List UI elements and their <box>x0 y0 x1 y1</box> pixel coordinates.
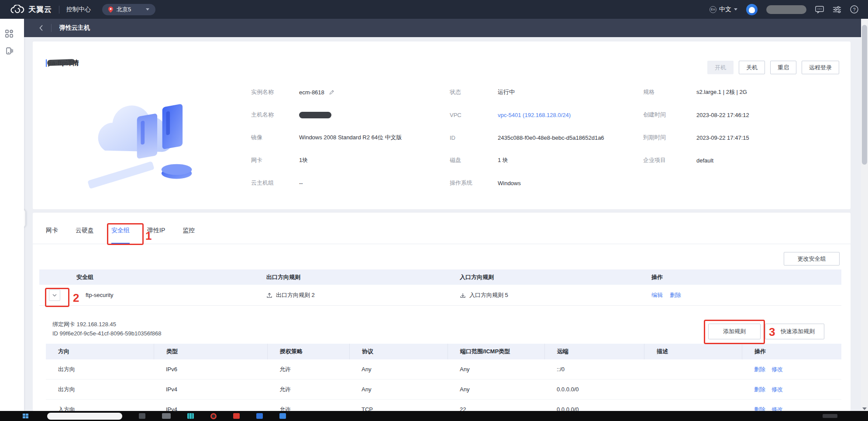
expand-row-button[interactable] <box>49 290 60 301</box>
chevron-down-icon <box>146 8 149 10</box>
location-pin-icon <box>108 7 113 13</box>
power-on-button[interactable]: 开机 <box>707 61 734 74</box>
back-button[interactable] <box>39 24 43 31</box>
edit-pencil-icon[interactable] <box>329 90 334 95</box>
settings-sliders-icon[interactable] <box>833 6 841 14</box>
page-title: jia-ftp详情 <box>48 59 79 67</box>
region-name: 北京5 <box>117 6 131 14</box>
expanded-sg-info: 绑定网卡 192.168.128.45 ID 99f6e20f-9c5e-41c… <box>52 320 161 338</box>
redaction-blob <box>47 59 75 66</box>
egress-upload-icon <box>266 292 272 298</box>
chevron-down-icon <box>734 8 737 10</box>
security-group-card: 网卡 云硬盘 安全组 弹性IP 监控 更改安全组 安全组 出口方向规则 入口方向… <box>33 213 851 411</box>
edit-security-group-link[interactable]: 编辑 <box>651 291 663 299</box>
windows-taskbar <box>0 411 868 421</box>
nav-divider <box>51 24 52 32</box>
add-rule-button[interactable]: 添加规则 <box>708 324 761 339</box>
modify-rule-link[interactable]: 修改 <box>772 406 783 411</box>
instance-action-buttons: 开机 关机 重启 远程登录 <box>707 61 839 74</box>
detail-column-2: 状态 运行中 VPC vpc-5401 (192.168.128.0/24) I… <box>450 81 604 194</box>
cloud-server-illustration <box>83 83 210 199</box>
sub-navbar: 弹性云主机 <box>24 19 868 37</box>
taskbar-app-icon[interactable] <box>187 413 194 419</box>
instance-detail-card: jia-ftp详情 开机 关机 重启 远程登录 <box>33 41 851 209</box>
detail-enterprise-project: 企业项目 default <box>643 149 749 172</box>
taskbar-app-icon[interactable] <box>139 413 145 419</box>
top-navbar: 天翼云 控制中心 北京5 En 中文 <box>0 0 868 19</box>
tab-monitor[interactable]: 监控 <box>183 221 195 244</box>
tab-nic[interactable]: 网卡 <box>46 221 58 244</box>
power-off-button[interactable]: 关机 <box>739 61 765 74</box>
rule-row-2: 出方向 IPv4 允许 Any Any 0.0.0.0/0 删除 修改 <box>46 380 841 400</box>
reboot-button[interactable]: 重启 <box>770 61 796 74</box>
screen: 天翼云 控制中心 北京5 En 中文 <box>0 0 868 421</box>
text-cursor <box>46 59 47 67</box>
brand-name: 天翼云 <box>28 4 52 14</box>
region-selector[interactable]: 北京5 <box>102 4 155 15</box>
delete-rule-link[interactable]: 删除 <box>754 406 765 411</box>
sg-id-text: ID 99f6e20f-9c5e-41cf-8096-59b10356f868 <box>52 329 161 338</box>
tab-disk[interactable]: 云硬盘 <box>76 221 94 244</box>
user-avatar[interactable] <box>746 4 758 15</box>
brand-logo[interactable]: 天翼云 <box>10 4 52 14</box>
egress-rule-count: 出口方向规则 2 <box>266 291 460 299</box>
detail-spec: 规格 s2.large.1 | 2核 | 2G <box>643 81 749 104</box>
vertical-scrollbar <box>861 19 868 411</box>
detail-id: ID 2435c088-f0e0-48e8-bebc-d5a18652d1a6 <box>450 126 604 149</box>
detail-image: 镜像 Windows 2008 Standard R2 64位 中文版 <box>251 126 402 149</box>
language-selector[interactable]: En 中文 <box>710 6 737 14</box>
cloud-logo-icon <box>10 5 24 14</box>
tab-eip[interactable]: 弹性IP <box>147 221 165 244</box>
security-group-row: ftp-security 出口方向规则 2 <box>39 285 841 306</box>
start-menu-icon[interactable] <box>23 414 29 419</box>
detail-expire-time: 到期时间 2023-09-22 17:47:15 <box>643 126 749 149</box>
message-icon[interactable] <box>815 6 824 14</box>
left-sidebar <box>0 19 24 411</box>
detail-created-time: 创建时间 2023-08-22 17:46:12 <box>643 104 749 126</box>
modify-rule-link[interactable]: 修改 <box>772 386 783 393</box>
change-security-group-button[interactable]: 更改安全组 <box>784 252 840 266</box>
taskbar-app-icon[interactable] <box>162 413 171 419</box>
nav-divider <box>59 6 59 14</box>
taskbar-search-box[interactable] <box>47 413 122 420</box>
detail-column-3: 规格 s2.large.1 | 2核 | 2G 创建时间 2023-08-22 … <box>643 81 749 194</box>
redacted-username <box>766 5 806 14</box>
redacted-host-name <box>299 112 331 118</box>
taskbar-app-icon[interactable] <box>210 413 217 419</box>
tab-security-group[interactable]: 安全组 <box>111 221 130 244</box>
svg-text:?: ? <box>853 7 855 12</box>
delete-rule-link[interactable]: 删除 <box>754 366 765 373</box>
main-content: jia-ftp详情 开机 关机 重启 远程登录 <box>24 37 868 411</box>
scrollbar-thumb[interactable] <box>862 25 867 165</box>
language-label: 中文 <box>719 6 731 14</box>
detail-status: 状态 运行中 <box>450 81 604 104</box>
modify-rule-link[interactable]: 修改 <box>772 366 783 373</box>
page-breadcrumb-title: 弹性云主机 <box>59 24 90 32</box>
detail-disk: 磁盘 1 块 <box>450 149 604 172</box>
delete-rule-link[interactable]: 删除 <box>754 386 765 393</box>
taskbar-clock <box>823 414 837 418</box>
detail-tabs: 网卡 云硬盘 安全组 弹性IP 监控 <box>33 221 851 244</box>
server-device-icon[interactable] <box>0 42 24 60</box>
status-value: 运行中 <box>498 88 515 96</box>
taskbar-app-icon[interactable] <box>256 413 263 419</box>
delete-security-group-link[interactable]: 删除 <box>670 291 681 299</box>
scrollbar-down-arrow[interactable] <box>861 407 868 410</box>
apps-grid-icon[interactable] <box>0 25 24 42</box>
detail-vpc: VPC vpc-5401 (192.168.128.0/24) <box>450 104 604 126</box>
detail-os: 操作系统 Windows <box>450 172 604 194</box>
remote-login-button[interactable]: 远程登录 <box>802 61 839 74</box>
bound-nic-text: 绑定网卡 192.168.128.45 <box>52 320 161 329</box>
detail-server-group: 云主机组 -- <box>251 172 402 194</box>
taskbar-app-icon[interactable] <box>233 413 240 419</box>
vpc-link[interactable]: vpc-5401 (192.168.128.0/24) <box>498 112 571 118</box>
security-group-name: ftp-security <box>86 292 114 298</box>
rules-table: 方向 类型 授权策略 协议 端口范围/ICMP类型 远端 描述 操作 出方向 I… <box>46 344 841 411</box>
detail-instance-name: 实例名称 ecm-8618 <box>251 81 402 104</box>
quick-add-rule-button[interactable]: 快速添加规则 <box>765 324 824 339</box>
en-badge-icon: En <box>710 6 716 13</box>
console-center-link[interactable]: 控制中心 <box>66 6 91 14</box>
taskbar-app-icon[interactable] <box>279 413 286 419</box>
help-icon[interactable]: ? <box>850 5 858 14</box>
detail-column-1: 实例名称 ecm-8618 主机名称 镜像 Windows <box>251 81 402 194</box>
